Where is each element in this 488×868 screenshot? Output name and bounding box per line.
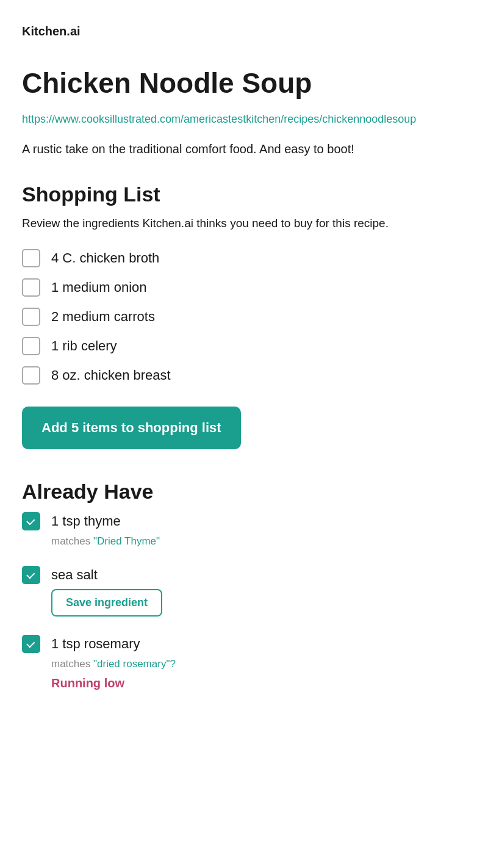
item-label-1: 4 C. chicken broth <box>51 250 159 266</box>
recipe-title: Chicken Noodle Soup <box>22 68 466 99</box>
match-text-3: matches "dried rosemary"? <box>51 658 466 670</box>
match-prefix-3: matches <box>51 658 93 670</box>
already-have-row-3: 1 tsp rosemary <box>22 635 466 653</box>
checkbox-item-5[interactable] <box>22 366 40 385</box>
running-low-badge: Running low <box>51 676 466 690</box>
checkbox-item-1[interactable] <box>22 249 40 267</box>
list-item: 1 rib celery <box>22 337 466 355</box>
checkbox-item-3[interactable] <box>22 308 40 326</box>
already-have-row-2: sea salt <box>22 566 466 584</box>
item-label-4: 1 rib celery <box>51 338 117 354</box>
match-prefix-1: matches <box>51 535 93 547</box>
match-link-1[interactable]: "Dried Thyme" <box>93 535 160 547</box>
checkbox-item-4[interactable] <box>22 337 40 355</box>
list-item: 8 oz. chicken breast <box>22 366 466 385</box>
list-item: 2 medium carrots <box>22 308 466 326</box>
already-have-item-3: 1 tsp rosemary matches "dried rosemary"?… <box>22 635 466 690</box>
already-have-row-1: 1 tsp thyme <box>22 512 466 530</box>
item-label-3: 2 medium carrots <box>51 309 155 325</box>
checkbox-already-2[interactable] <box>22 566 40 584</box>
already-have-title: Already Have <box>22 480 466 504</box>
item-label-5: 8 oz. chicken breast <box>51 367 171 383</box>
already-have-item-2: sea salt Save ingredient <box>22 566 466 617</box>
checkbox-item-2[interactable] <box>22 278 40 297</box>
already-have-label-1: 1 tsp thyme <box>51 513 121 529</box>
item-label-2: 1 medium onion <box>51 280 147 295</box>
list-item: 4 C. chicken broth <box>22 249 466 267</box>
app-title: Kitchen.ai <box>22 24 466 38</box>
recipe-description: A rustic take on the traditional comfort… <box>22 140 466 158</box>
match-link-3[interactable]: "dried rosemary"? <box>93 658 176 670</box>
match-text-1: matches "Dried Thyme" <box>51 535 466 548</box>
add-to-shopping-list-button[interactable]: Add 5 items to shopping list <box>22 407 241 449</box>
shopping-list-title: Shopping List <box>22 183 466 206</box>
list-item: 1 medium onion <box>22 278 466 297</box>
already-have-section: Already Have 1 tsp thyme matches "Dried … <box>22 480 466 690</box>
save-ingredient-button[interactable]: Save ingredient <box>51 589 162 617</box>
already-have-label-2: sea salt <box>51 567 98 583</box>
shopping-list-subtitle: Review the ingredients Kitchen.ai thinks… <box>22 215 466 233</box>
checkbox-already-3[interactable] <box>22 635 40 653</box>
recipe-link[interactable]: https://www.cooksillustrated.com/america… <box>22 111 466 128</box>
already-have-label-3: 1 tsp rosemary <box>51 636 140 652</box>
page-container: Kitchen.ai Chicken Noodle Soup https://w… <box>0 0 488 868</box>
checkbox-already-1[interactable] <box>22 512 40 530</box>
shopping-items-list: 4 C. chicken broth 1 medium onion 2 medi… <box>22 249 466 385</box>
shopping-list-section: Shopping List Review the ingredients Kit… <box>22 183 466 480</box>
already-have-item-1: 1 tsp thyme matches "Dried Thyme" <box>22 512 466 548</box>
